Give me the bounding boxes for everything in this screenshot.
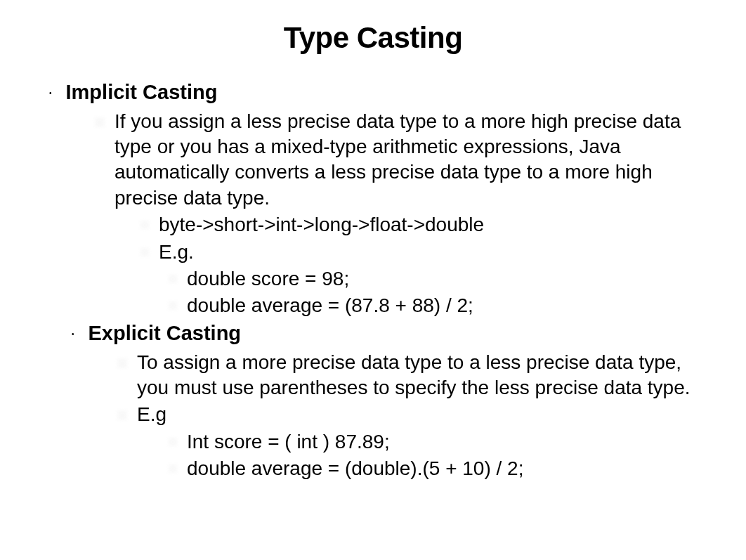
bullet-marker — [169, 464, 177, 473]
list-item: To assign a more precise data type to a … — [117, 350, 718, 401]
bullet-marker — [140, 248, 149, 256]
list-item: double score = 98; — [169, 266, 718, 292]
body-text: To assign a more precise data type to a … — [137, 350, 718, 401]
bullet-marker — [169, 275, 177, 283]
code-example: double score = 98; — [187, 266, 349, 292]
code-example: double average = (87.8 + 88) / 2; — [187, 293, 473, 318]
body-text: If you assign a less precise data type t… — [114, 109, 718, 211]
bullet-marker — [95, 117, 105, 127]
list-item: double average = (87.8 + 88) / 2; — [169, 293, 718, 318]
body-text: E.g — [137, 402, 166, 427]
bullet-marker — [117, 358, 127, 368]
section-heading: Explicit Casting — [89, 320, 242, 347]
code-example: double average = (double).(5 + 10) / 2; — [187, 456, 523, 481]
bullet-dot: • — [49, 89, 52, 97]
slide-title: Type Casting — [28, 21, 718, 55]
code-example: Int score = ( int ) 87.89; — [187, 429, 390, 455]
list-item: E.g. — [140, 240, 718, 265]
slide-content: • Implicit Casting If you assign a less … — [28, 79, 718, 481]
list-item: E.g — [117, 402, 718, 427]
list-item: byte->short->int->long->float->double — [140, 212, 718, 237]
list-item: • Explicit Casting — [72, 320, 718, 347]
list-item: If you assign a less precise data type t… — [95, 109, 718, 211]
bullet-dot: • — [72, 330, 74, 338]
list-item: double average = (double).(5 + 10) / 2; — [169, 456, 718, 481]
list-item: • Implicit Casting — [49, 79, 718, 106]
bullet-marker — [169, 301, 177, 310]
body-text: E.g. — [159, 240, 194, 265]
section-heading: Implicit Casting — [66, 79, 218, 106]
body-text: byte->short->int->long->float->double — [159, 212, 484, 237]
bullet-marker — [169, 438, 177, 446]
bullet-marker — [140, 221, 149, 229]
bullet-marker — [117, 410, 127, 420]
list-item: Int score = ( int ) 87.89; — [169, 429, 718, 455]
